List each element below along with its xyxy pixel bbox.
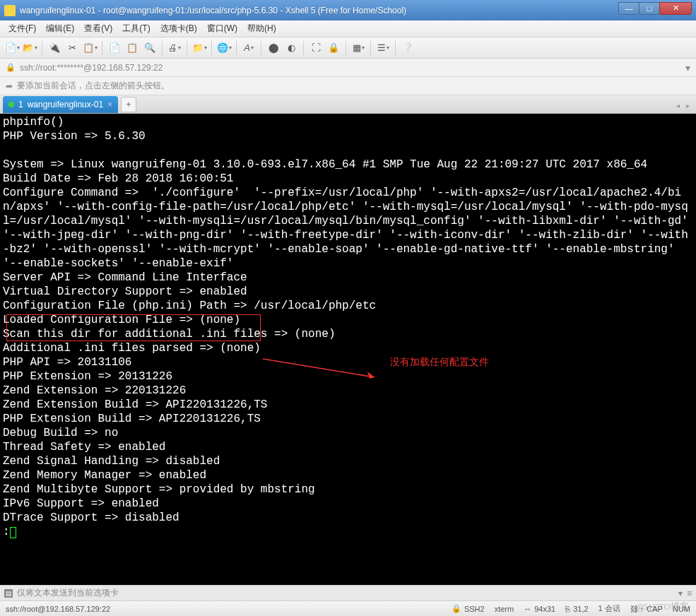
addressbar: 🔒 ssh://root:********@192.168.57.129:22 … bbox=[0, 59, 696, 77]
add-button[interactable]: ▾ bbox=[685, 62, 690, 73]
terminal[interactable]: phpinfo() PHP Version => 5.6.30 System =… bbox=[0, 114, 696, 585]
address-text[interactable]: ssh://root:********@192.168.57.129:22 bbox=[20, 63, 681, 73]
lock-icon: 🔒 bbox=[6, 63, 16, 72]
menu-file[interactable]: 文件(F) bbox=[4, 20, 40, 37]
expand-icon[interactable]: ▤ bbox=[4, 589, 13, 598]
menu-tab[interactable]: 选项卡(B) bbox=[156, 20, 201, 37]
highlight-button[interactable]: 🌐 bbox=[216, 40, 232, 56]
open-button[interactable]: 📂 bbox=[22, 40, 37, 56]
separator-icon bbox=[303, 41, 304, 55]
copy-button[interactable]: 📄 bbox=[107, 40, 122, 56]
terminal-output: phpinfo() PHP Version => 5.6.30 System =… bbox=[3, 116, 695, 538]
reconnect-button[interactable]: 🔌 bbox=[47, 40, 62, 56]
hint-text: 要添加当前会话，点击左侧的箭头按钮。 bbox=[17, 80, 170, 92]
status-connection: ssh://root@192.168.57.129:22 bbox=[6, 605, 110, 613]
window-buttons: — □ ✕ bbox=[619, 6, 692, 15]
separator-icon bbox=[261, 41, 261, 55]
paste-button[interactable]: 📋 bbox=[124, 40, 140, 56]
theme-button[interactable]: ◐ bbox=[283, 40, 299, 56]
layout-button[interactable]: ▦ bbox=[350, 40, 366, 56]
svg-marker-1 bbox=[367, 372, 374, 379]
separator-icon bbox=[395, 41, 396, 55]
menu-help[interactable]: 帮助(H) bbox=[243, 20, 281, 37]
menu-view[interactable]: 查看(V) bbox=[80, 20, 117, 37]
menubar: 文件(F) 编辑(E) 查看(V) 工具(T) 选项卡(B) 窗口(W) 帮助(… bbox=[0, 20, 696, 37]
separator-icon bbox=[211, 41, 212, 55]
status-bar: ssh://root@192.168.57.129:22 🔒 SSH2 xter… bbox=[0, 600, 696, 616]
send-bar: ▤ 仅将文本发送到当前选项卡 ▾ ≡ bbox=[0, 585, 696, 600]
lock-button[interactable]: 🔒 bbox=[326, 40, 341, 56]
window-title: wangruifenglinux-01 - root@wangruifeng-0… bbox=[20, 6, 619, 16]
menu-tools[interactable]: 工具(T) bbox=[118, 20, 154, 37]
fullscreen-button[interactable]: ⛶ bbox=[308, 40, 324, 56]
status-protocol: 🔒 SSH2 bbox=[452, 604, 485, 613]
separator-icon bbox=[42, 41, 42, 55]
properties-button[interactable]: 📋 bbox=[82, 40, 98, 56]
session-tab[interactable]: 1 wangruifenglinux-01 × bbox=[3, 96, 118, 113]
disconnect-button[interactable]: ✂ bbox=[64, 40, 80, 56]
separator-icon bbox=[370, 41, 371, 55]
menu-window[interactable]: 窗口(W) bbox=[203, 20, 242, 37]
separator-icon bbox=[346, 41, 346, 55]
help-button[interactable]: ❔ bbox=[400, 40, 415, 56]
close-button[interactable]: ✕ bbox=[659, 2, 692, 15]
new-tab-button[interactable]: + bbox=[121, 97, 136, 112]
separator-icon bbox=[162, 41, 163, 55]
font-button[interactable]: A bbox=[241, 40, 256, 56]
status-dot-icon bbox=[8, 102, 14, 107]
watermark: @51CTO博客 bbox=[635, 600, 689, 613]
xftp-button[interactable]: 📁 bbox=[191, 40, 207, 56]
find-button[interactable]: 🔍 bbox=[142, 40, 158, 56]
maximize-button[interactable]: □ bbox=[639, 2, 660, 15]
close-tab-button[interactable]: × bbox=[107, 100, 112, 109]
status-size: ↔ 94x31 bbox=[524, 605, 555, 613]
annotation-text: 没有加载任何配置文件 bbox=[390, 355, 489, 369]
separator-icon bbox=[187, 41, 187, 55]
cursor-icon bbox=[10, 527, 16, 538]
toolbar: 📄 📂 🔌 ✂ 📋 📄 📋 🔍 🖨 📁 🌐 A ⬤ ◐ ⛶ 🔒 ▦ ☰ ❔ bbox=[0, 37, 696, 59]
print-button[interactable]: 🖨 bbox=[167, 40, 182, 56]
view-button[interactable]: ☰ bbox=[375, 40, 391, 56]
color-button[interactable]: ⬤ bbox=[266, 40, 281, 56]
send-bar-menu-icon[interactable]: ≡ bbox=[687, 588, 692, 598]
tab-index: 1 bbox=[18, 100, 23, 109]
bookmark-icon[interactable]: ➦ bbox=[6, 81, 13, 91]
separator-icon bbox=[236, 41, 237, 55]
tab-label: wangruifenglinux-01 bbox=[28, 100, 103, 109]
new-session-button[interactable]: 📄 bbox=[4, 40, 20, 56]
send-bar-text[interactable]: 仅将文本发送到当前选项卡 bbox=[17, 587, 674, 599]
separator-icon bbox=[102, 41, 102, 55]
status-term: xterm bbox=[495, 605, 514, 613]
menu-edit[interactable]: 编辑(E) bbox=[42, 20, 78, 37]
tab-bar: 1 wangruifenglinux-01 × + ◂ ▸ bbox=[0, 95, 696, 114]
app-window: wangruifenglinux-01 - root@wangruifeng-0… bbox=[0, 0, 696, 616]
send-bar-dropdown[interactable]: ▾ bbox=[678, 588, 683, 598]
app-icon bbox=[4, 5, 16, 16]
hint-bar: ➦ 要添加当前会话，点击左侧的箭头按钮。 bbox=[0, 77, 696, 95]
status-cursor: ⎘ 31,2 bbox=[565, 605, 588, 613]
tab-nav-arrows[interactable]: ◂ ▸ bbox=[676, 102, 692, 109]
svg-line-0 bbox=[263, 359, 374, 377]
titlebar[interactable]: wangruifenglinux-01 - root@wangruifeng-0… bbox=[0, 0, 696, 20]
status-sessions: 1 会话 bbox=[598, 603, 620, 614]
minimize-button[interactable]: — bbox=[618, 2, 639, 15]
